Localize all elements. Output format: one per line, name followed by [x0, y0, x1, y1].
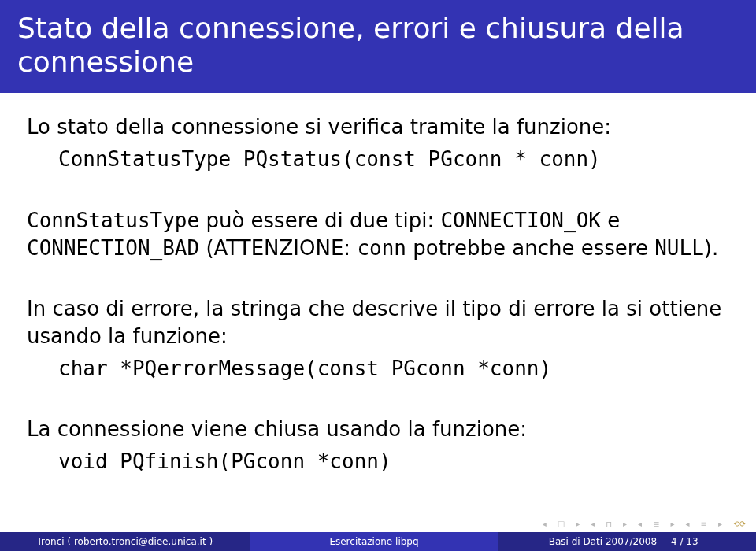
code-connection-ok: CONNECTION_OK — [440, 209, 601, 232]
footer-author: Tronci ( roberto.tronci@diee.unica.it ) — [0, 532, 250, 551]
nav-eq-prev-icon[interactable] — [634, 520, 646, 528]
footer-right: Basi di Dati 2007/2008 4 / 13 — [498, 532, 756, 551]
nav-controls: ⟲⟳ — [536, 515, 753, 532]
footer-page: 4 / 13 — [671, 536, 699, 547]
para-finish: La connessione viene chiusa usando la fu… — [27, 416, 729, 475]
nav-eq2-next-icon[interactable] — [714, 520, 726, 528]
nav-stop-icon[interactable] — [554, 520, 569, 528]
nav-fwd-sub-icon[interactable] — [619, 520, 631, 528]
text-types-j: ). — [704, 236, 718, 260]
text-types-b: può essere di due tipi: — [199, 209, 440, 232]
text-types-f: (ATTENZIONE: — [199, 236, 357, 260]
text-error-intro: In caso di errore, la stringa che descri… — [27, 297, 721, 348]
nav-cycle-icon[interactable]: ⟲⟳ — [729, 520, 750, 528]
code-null: NULL — [654, 236, 704, 260]
nav-back-sub-icon[interactable] — [587, 520, 598, 528]
para-types: ConnStatusType può essere di due tipi: C… — [27, 207, 729, 262]
nav-next-icon[interactable] — [572, 520, 584, 528]
para-error: In caso di errore, la stringa che descri… — [27, 295, 729, 383]
nav-section-icon[interactable] — [602, 520, 616, 528]
code-conn: conn — [357, 236, 406, 260]
nav-prev-icon[interactable] — [539, 520, 550, 528]
nav-outline2-icon[interactable] — [697, 520, 711, 528]
footer-course: Basi di Dati 2007/2008 — [549, 536, 657, 547]
nav-eq2-prev-icon[interactable] — [682, 520, 694, 528]
nav-outline-icon[interactable] — [649, 520, 663, 528]
code-pqerrormessage: char *PQerrorMessage(const PGconn *conn) — [27, 355, 729, 383]
slide-title: Stato della connessione, errori e chiusu… — [0, 0, 756, 93]
code-connection-bad: CONNECTION_BAD — [27, 236, 199, 260]
footer: Tronci ( roberto.tronci@diee.unica.it ) … — [0, 532, 756, 551]
slide-frame: Stato della connessione, errori e chiusu… — [0, 0, 756, 551]
footer-center: Esercitazione libpq — [250, 532, 499, 551]
code-connstatustype: ConnStatusType — [27, 209, 199, 232]
text-types-h: potrebbe anche essere — [406, 236, 654, 260]
text-finish-intro: La connessione viene chiusa usando la fu… — [27, 417, 527, 441]
text-types-d: e — [601, 209, 620, 232]
para-status: Lo stato della connessione si verifica t… — [27, 113, 729, 173]
code-pqfinish: void PQfinish(PGconn *conn) — [27, 448, 729, 475]
text-status-intro: Lo stato della connessione si verifica t… — [27, 115, 611, 139]
slide-body: Lo stato della connessione si verifica t… — [0, 93, 756, 475]
nav-eq-next-icon[interactable] — [667, 520, 679, 528]
code-pqstatus: ConnStatusType PQstatus(const PGconn * c… — [27, 146, 729, 173]
